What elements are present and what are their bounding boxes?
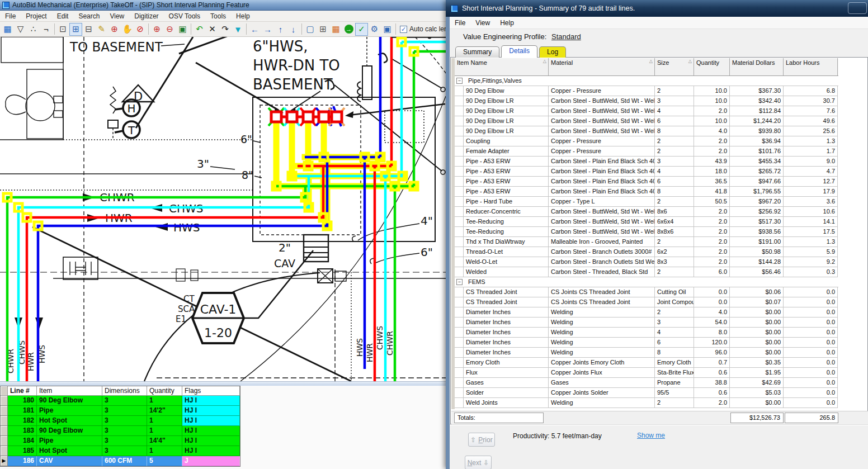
osv-window-icon[interactable]: ▣ bbox=[381, 23, 394, 36]
grid-row[interactable]: Tee-ReducingCarbon Steel - ButtWeld, Std… bbox=[455, 227, 838, 237]
redo-sketch-icon[interactable]: ↷ bbox=[219, 23, 232, 36]
full-screen-icon[interactable]: ▣ bbox=[176, 23, 189, 36]
grid-row[interactable]: 90 Deg Elbow LRCarbon Steel - ButtWeld, … bbox=[455, 106, 838, 116]
row-selector[interactable] bbox=[1, 396, 8, 406]
collapse-icon[interactable]: − bbox=[456, 279, 463, 285]
menu-help[interactable]: Help bbox=[231, 11, 255, 21]
cut-selection-icon[interactable]: ⊟ bbox=[82, 23, 95, 36]
audit-row-185[interactable]: 185Hot Spot31HJ I bbox=[1, 446, 240, 456]
grid-row[interactable]: SolderCopper Joints Solder95/50.6$5.030.… bbox=[455, 388, 838, 398]
window-button-fragment[interactable] bbox=[848, 2, 867, 14]
grid-group-row[interactable]: −FEMS bbox=[455, 277, 838, 287]
menu-tools[interactable]: Tools bbox=[205, 11, 231, 21]
grid-row[interactable]: Thread-O-LetCarbon Steel - Branch Outlet… bbox=[455, 247, 838, 257]
grid-row[interactable]: Pipe - A53 ERWCarbon Steel - Plain End B… bbox=[455, 177, 838, 187]
filter-icon[interactable]: ▼ bbox=[232, 23, 244, 36]
grid-row[interactable]: FluxCopper Joints FluxSta-Brite Flux0.6$… bbox=[455, 368, 838, 378]
grid-row[interactable]: Reducer-ConcentricCarbon Steel - ButtWel… bbox=[455, 207, 838, 217]
color-grid-icon[interactable]: ▦ bbox=[329, 23, 342, 36]
count-dots-icon[interactable]: ∴ bbox=[27, 23, 40, 36]
grid-col-labor-hours[interactable]: Labor Hours bbox=[784, 58, 838, 75]
grid-row[interactable]: WeldedCarbon Steel - Threaded, Black Std… bbox=[455, 267, 838, 277]
fit-image-icon[interactable]: ▢ bbox=[304, 23, 317, 36]
grid-row[interactable]: Pipe - Hard TubeCopper - Type L250.5$967… bbox=[455, 197, 838, 207]
grid-group-row[interactable]: −Pipe,Fittings,Valves bbox=[455, 76, 838, 86]
row-selector[interactable] bbox=[1, 436, 8, 446]
add-selection-icon[interactable]: ⊞ bbox=[69, 23, 82, 36]
audit-row-183[interactable]: 18390 Deg Elbow31HJ I bbox=[1, 426, 240, 436]
sip-menu-help[interactable]: Help bbox=[495, 18, 519, 28]
grid-row[interactable]: Tee-ReducingCarbon Steel - ButtWeld, Std… bbox=[455, 217, 838, 227]
row-selector[interactable] bbox=[1, 406, 8, 416]
menu-search[interactable]: Search bbox=[73, 11, 105, 21]
tab-log[interactable]: Log bbox=[539, 46, 566, 58]
prior-button[interactable]: ⇧ Prior bbox=[468, 433, 495, 447]
row-selector[interactable] bbox=[1, 426, 8, 436]
audit-row-180[interactable]: 18090 Deg Elbow31HJ I bbox=[1, 396, 240, 406]
grid-row[interactable]: Pipe - A53 ERWCarbon Steel - Plain End B… bbox=[455, 157, 838, 167]
auto-calc-length-toggle[interactable]: ✓Auto calc leng bbox=[400, 25, 446, 33]
pan-up-icon[interactable]: ↑ bbox=[274, 23, 287, 36]
grid-row[interactable]: Weld JointsWelding22.0$0.000.0 bbox=[455, 398, 838, 408]
select-window-icon[interactable]: ▦ bbox=[1, 23, 14, 36]
grid-row[interactable]: Diameter InchesWelding6120.0$0.000.0 bbox=[455, 338, 838, 348]
main-title-bar[interactable]: AutoBid Mechanical (Enterprise) TakeOff … bbox=[0, 0, 446, 11]
show-me-link[interactable]: Show me bbox=[637, 432, 665, 439]
audit-row-184[interactable]: 184Pipe314'4"HJ I bbox=[1, 436, 240, 446]
grid-row[interactable]: Weld-O-LetCarbon Steel - Branch Outlets … bbox=[455, 257, 838, 267]
grid-col-quantity[interactable]: Quantity bbox=[694, 58, 730, 75]
next-button[interactable]: Next ⇩ bbox=[465, 456, 492, 469]
grid-row[interactable]: CouplingCopper - Pressure22.0$36.941.3 bbox=[455, 136, 838, 146]
grid-row[interactable]: 90 Deg Elbow LRCarbon Steel - ButtWeld, … bbox=[455, 96, 838, 106]
grid-row[interactable]: Diameter InchesWelding48.0$0.000.0 bbox=[455, 328, 838, 338]
grid-col-material[interactable]: Material△ bbox=[549, 58, 655, 75]
row-selector[interactable] bbox=[1, 446, 8, 456]
zoom-out-icon[interactable]: ⊖ bbox=[163, 23, 176, 36]
audit-row-181[interactable]: 181Pipe314'2"HJ I bbox=[1, 406, 240, 416]
grid-row[interactable]: Pipe - A53 ERWCarbon Steel - Plain End B… bbox=[455, 167, 838, 177]
collapse-icon[interactable]: − bbox=[456, 78, 463, 84]
audit-row-182[interactable]: 182Hot Spot31HJ I bbox=[1, 416, 240, 426]
pan-down-icon[interactable]: ↓ bbox=[287, 23, 300, 36]
row-selector[interactable]: ▶ bbox=[1, 456, 8, 466]
drawing-horizontal-scrollbar[interactable] bbox=[0, 381, 446, 386]
pan-right-icon[interactable]: → bbox=[261, 23, 274, 36]
grid-row[interactable]: Diameter InchesWelding896.0$0.000.0 bbox=[455, 348, 838, 358]
grid-row[interactable]: Diameter InchesWelding354.0$0.000.0 bbox=[455, 318, 838, 328]
grid-col-material-dollars[interactable]: Material Dollars bbox=[730, 58, 784, 75]
audit-row-186[interactable]: ▶186CAV600 CFM5J bbox=[1, 456, 240, 466]
notes-icon[interactable]: ✎ bbox=[95, 23, 108, 36]
grid-row[interactable]: 90 Deg ElbowCopper - Pressure210.0$367.3… bbox=[455, 86, 838, 96]
grid-row[interactable]: Female AdapterCopper - Pressure22.0$101.… bbox=[455, 146, 838, 157]
menu-digitizer[interactable]: Digitizer bbox=[129, 11, 163, 21]
sip-dialog-title-bar[interactable]: Short Interval Planning - Summary of 79 … bbox=[446, 0, 868, 17]
menu-edit[interactable]: Edit bbox=[52, 11, 74, 21]
takeoff-pad-icon[interactable]: ⊞ bbox=[317, 23, 329, 36]
grid-row[interactable]: Pipe - A53 ERWCarbon Steel - Plain End B… bbox=[455, 187, 838, 197]
corner-segment-icon[interactable]: ¬ bbox=[40, 23, 53, 36]
sip-menu-view[interactable]: View bbox=[470, 18, 495, 28]
grid-col-item-name[interactable]: Item Name△ bbox=[455, 58, 549, 75]
sip-menu-file[interactable]: File bbox=[450, 18, 470, 28]
drawing-canvas[interactable]: TO BASEMENT 6"HWS, HWR-DN TO BASEMENT D … bbox=[0, 37, 446, 381]
menu-project[interactable]: Project bbox=[21, 11, 51, 21]
grid-row[interactable]: CS Threaded JointCS Joints CS Threaded J… bbox=[455, 297, 838, 307]
stop-icon[interactable]: ⊘ bbox=[134, 23, 147, 36]
grid-row[interactable]: GasesGasesPropane38.8$42.690.0 bbox=[455, 378, 838, 388]
undo-icon[interactable]: ↶ bbox=[193, 23, 206, 36]
pan-hand-icon[interactable]: ✋ bbox=[121, 23, 134, 36]
menu-file[interactable]: File bbox=[0, 11, 21, 21]
go-icon[interactable]: → bbox=[342, 23, 355, 36]
move-marquee-icon[interactable]: ⊡ bbox=[56, 23, 69, 36]
row-selector[interactable] bbox=[1, 416, 8, 426]
grid-row[interactable]: 90 Deg Elbow LRCarbon Steel - ButtWeld, … bbox=[455, 126, 838, 136]
tab-details[interactable]: Details bbox=[501, 45, 537, 58]
grid-row[interactable]: CS Threaded JointCS Joints CS Threaded J… bbox=[455, 287, 838, 297]
grid-row[interactable]: Thd x Thd DiaWtrwayMalleable Iron - Groo… bbox=[455, 237, 838, 247]
grid-row[interactable]: Diameter InchesWelding24.0$0.000.0 bbox=[455, 307, 838, 318]
menu-osv-tools[interactable]: OSV Tools bbox=[164, 11, 205, 21]
menu-view[interactable]: View bbox=[105, 11, 129, 21]
checkbox-checked-icon[interactable]: ✓ bbox=[400, 26, 407, 33]
gears-icon[interactable]: ⚙ bbox=[368, 23, 381, 36]
profile-value-link[interactable]: Standard bbox=[551, 32, 581, 41]
